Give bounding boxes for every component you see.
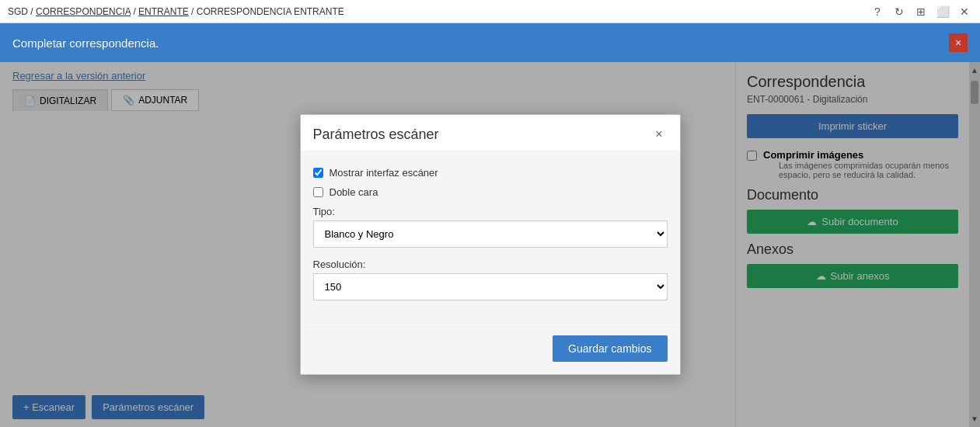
tipo-group: Tipo: Blanco y Negro Color Escala de gri… — [313, 206, 668, 248]
doble-cara-row: Doble cara — [313, 186, 668, 198]
notification-close-button[interactable]: × — [949, 33, 968, 52]
modal-overlay: Parámetros escáner × Mostrar interfaz es… — [0, 62, 980, 427]
resolucion-label: Resolución: — [313, 259, 668, 270]
mostrar-interfaz-label: Mostrar interfaz escáner — [330, 167, 438, 179]
breadcrumb-sgd: SGD — [8, 6, 28, 17]
mostrar-interfaz-row: Mostrar interfaz escáner — [313, 167, 668, 179]
breadcrumb-page: CORRESPONDENCIA ENTRANTE — [197, 6, 344, 17]
modal-close-button[interactable]: × — [650, 126, 667, 143]
modal-header: Parámetros escáner × — [301, 115, 680, 151]
save-changes-button[interactable]: Guardar cambios — [553, 335, 667, 362]
top-bar: SGD / CORRESPONDENCIA / ENTRANTE / CORRE… — [0, 0, 980, 23]
doble-cara-label: Doble cara — [330, 186, 378, 198]
resolucion-group: Resolución: 75 100 150 200 300 600 — [313, 259, 668, 300]
modal-title: Parámetros escáner — [313, 127, 439, 143]
notification-message: Completar correspondencia. — [12, 36, 159, 50]
close-icon[interactable]: ✕ — [957, 4, 972, 19]
refresh-icon[interactable]: ↻ — [891, 4, 907, 19]
notification-bar: Completar correspondencia. × — [0, 23, 980, 62]
breadcrumb-correspondencia[interactable]: CORRESPONDENCIA — [36, 6, 131, 17]
modal-footer: Guardar cambios — [301, 327, 680, 374]
scanner-params-modal: Parámetros escáner × Mostrar interfaz es… — [300, 114, 681, 375]
mostrar-interfaz-checkbox[interactable] — [313, 168, 323, 178]
breadcrumb-entrante[interactable]: ENTRANTE — [138, 6, 189, 17]
tipo-label: Tipo: — [313, 206, 668, 217]
main-content: Regresar a la versión anterior 📄 DIGITAL… — [0, 62, 980, 427]
modal-body: Mostrar interfaz escáner Doble cara Tipo… — [301, 151, 680, 327]
maximize-icon[interactable]: ⬜ — [935, 4, 950, 19]
help-icon[interactable]: ? — [870, 4, 885, 19]
doble-cara-checkbox[interactable] — [313, 187, 323, 197]
settings-icon[interactable]: ⊞ — [913, 4, 929, 19]
top-icon-group: ? ↻ ⊞ ⬜ ✕ — [870, 4, 972, 19]
resolucion-select[interactable]: 75 100 150 200 300 600 — [313, 273, 668, 300]
breadcrumb: SGD / CORRESPONDENCIA / ENTRANTE / CORRE… — [8, 6, 344, 17]
tipo-select[interactable]: Blanco y Negro Color Escala de grises — [313, 220, 668, 248]
